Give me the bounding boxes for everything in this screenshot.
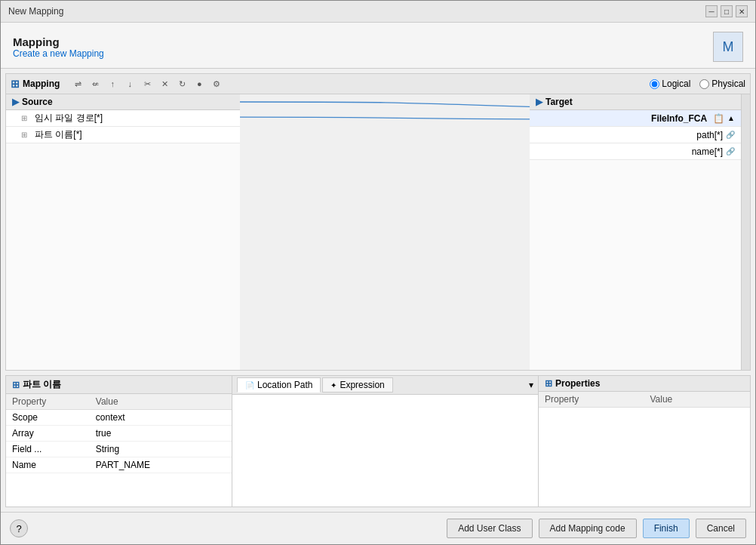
source-item-icon-0: ⊞ [21,114,32,122]
expression-tab[interactable]: ✦ Expression [322,377,392,393]
connection-area [240,94,530,370]
cancel-button[interactable]: Cancel [696,519,746,538]
add-mapping-code-button[interactable]: Add Mapping code [539,519,637,538]
title-bar-controls: ─ □ ✕ [705,5,748,17]
bottom-left-table: Property Value Scope context Array [6,394,232,473]
physical-radio[interactable] [699,79,709,89]
toolbar-icons: ⇌ ⇍ ↑ ↓ ✂ ✕ ↻ ● ⚙ [70,76,639,91]
mapping-panel-title: ⊞ Mapping [11,78,60,90]
mapping-workspace: ▶ Source ⊞ 임시 파일 경로[*] ⊞ 파트 이름[*] [6,94,750,370]
source-panel: ▶ Source ⊞ 임시 파일 경로[*] ⊞ 파트 이름[*] [6,94,240,370]
target-group-label: FileInfo_FCA [651,113,707,124]
location-path-icon: 📄 [245,381,254,390]
mapping-panel: ⊞ Mapping ⇌ ⇍ ↑ ↓ ✂ ✕ ↻ ● ⚙ [5,73,751,371]
bottom-right-header: ⊞ Properties [539,376,750,392]
physical-radio-label[interactable]: Physical [699,79,745,89]
col-property: Property [6,394,90,410]
prop-row-scope: Scope context [6,410,232,426]
col-value: Value [90,394,210,410]
prop-row-array: Array true [6,426,232,442]
logical-radio-label[interactable]: Logical [650,79,690,89]
dialog-header: Mapping Create a new Mapping M [1,23,755,69]
add-user-class-button[interactable]: Add User Class [447,519,532,538]
prop-field-key: Field ... [6,442,90,457]
prop-array-key: Array [6,426,90,442]
dot-icon[interactable]: ● [192,76,207,91]
link-icon[interactable]: ⇌ [70,76,85,91]
unlink-icon[interactable]: ⇍ [88,76,103,91]
right-scrollbar[interactable] [741,94,750,370]
prop-name-value: PART_NAME [90,457,210,473]
prop-array-value: true [90,426,210,442]
source-item-1[interactable]: ⊞ 파트 이름[*] [6,127,240,143]
source-items: ⊞ 임시 파일 경로[*] ⊞ 파트 이름[*] [6,110,240,370]
bottom-right-table: Property Value [539,392,750,408]
refresh-icon[interactable]: ↻ [174,76,189,91]
target-items: FileInfo_FCA 📋 ▲ path[*] 🔗 name[*] 🔗 [530,110,741,370]
view-mode-radio-group: Logical Physical [650,79,745,89]
center-tab-arrow[interactable]: ▾ [529,380,533,390]
prop-row-field: Field ... String [6,442,232,457]
close-icon[interactable]: ✕ [157,76,172,91]
connections-svg [240,94,530,370]
properties-icon: ⊞ [545,378,552,389]
source-panel-icon: ▶ [12,97,19,107]
target-panel-icon: ▶ [536,97,542,107]
window: New Mapping ─ □ ✕ Mapping Create a new M… [0,0,756,545]
source-item-icon-1: ⊞ [21,131,32,139]
location-path-content [232,395,538,507]
right-col-value: Value [644,392,722,408]
bottom-center-panel: 📄 Location Path ✦ Expression ▾ [232,376,539,507]
target-item-name-label: name[*] [692,146,723,157]
finish-button[interactable]: Finish [643,519,690,538]
bottom-left-icon: ⊞ [12,380,20,390]
maximize-button[interactable]: □ [721,5,733,17]
target-item-path[interactable]: path[*] 🔗 [530,127,741,143]
prop-field-value: String [90,442,210,457]
prop-scope-value: context [90,410,210,426]
mapping-panel-icon: ⊞ [11,78,20,90]
title-bar: New Mapping ─ □ ✕ [1,1,755,23]
target-header: ▶ Target [530,94,741,110]
source-item-label-0: 임시 파일 경로[*] [35,112,103,125]
close-button[interactable]: ✕ [736,5,748,17]
source-item-label-1: 파트 이름[*] [35,128,82,141]
location-tabs: 📄 Location Path ✦ Expression ▾ [232,376,538,395]
bottom-right-panel: ⊞ Properties Property Value [539,376,750,507]
dialog-title: Mapping [13,35,104,48]
target-item-name[interactable]: name[*] 🔗 [530,143,741,160]
create-mapping-link[interactable]: Create a new Mapping [13,48,104,59]
footer: ? Add User Class Add Mapping code Finish… [1,512,755,544]
source-item-0[interactable]: ⊞ 임시 파일 경로[*] [6,110,240,127]
up-icon[interactable]: ↑ [105,76,120,91]
target-group-icon: 📋 [713,113,724,124]
target-group-item[interactable]: FileInfo_FCA 📋 ▲ [530,110,741,127]
header-left: Mapping Create a new Mapping [13,35,104,59]
expression-icon: ✦ [330,381,337,390]
col-empty [210,394,232,410]
name-link-icon[interactable]: 🔗 [726,147,735,155]
help-button[interactable]: ? [10,519,28,537]
prop-scope-key: Scope [6,410,90,426]
footer-right: Add User Class Add Mapping code Finish C… [447,519,746,538]
logical-radio[interactable] [650,79,659,89]
minimize-button[interactable]: ─ [705,5,718,17]
cut-icon[interactable]: ✂ [140,76,155,91]
bottom-section: ⊞ 파트 이름 Property Value Scope [5,375,751,507]
location-path-tab[interactable]: 📄 Location Path [237,377,321,393]
prop-name-key: Name [6,457,90,473]
prop-row-name: Name PART_NAME [6,457,232,473]
source-header: ▶ Source [6,94,240,110]
target-group-arrow: ▲ [727,114,735,122]
gear-icon[interactable]: ⚙ [209,76,224,91]
main-content: ⊞ Mapping ⇌ ⇍ ↑ ↓ ✂ ✕ ↻ ● ⚙ [1,69,755,512]
down-icon[interactable]: ↓ [122,76,137,91]
window-title: New Mapping [8,6,63,17]
target-item-path-label: path[*] [696,130,723,140]
target-panel: ▶ Target FileInfo_FCA 📋 ▲ path[*] 🔗 [530,94,741,370]
mapping-icon: M [713,32,743,62]
mapping-toolbar: ⊞ Mapping ⇌ ⇍ ↑ ↓ ✂ ✕ ↻ ● ⚙ [6,74,750,94]
right-col-property: Property [539,392,644,408]
path-link-icon[interactable]: 🔗 [726,131,735,139]
footer-left: ? [10,519,28,537]
